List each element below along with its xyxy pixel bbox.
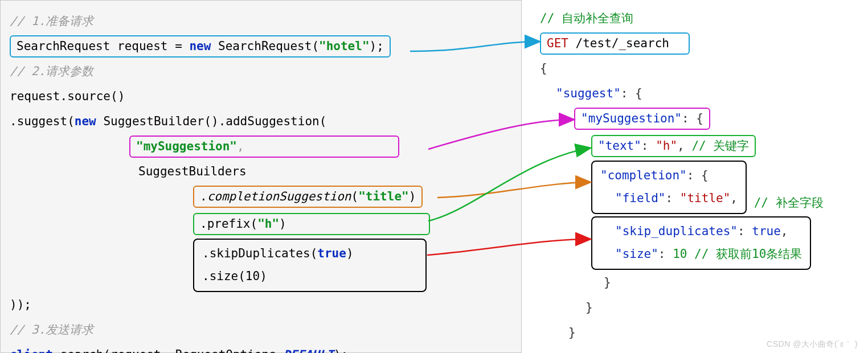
open: ( (351, 190, 359, 203)
str-title: "title" (358, 190, 409, 203)
k-completion: "completion" (600, 169, 687, 182)
comment-autocomplete: // 自动补全查询 (540, 6, 862, 31)
c-field: // 补全字段 (754, 196, 824, 210)
line-size: .size(10) (202, 265, 417, 288)
dot: . (200, 190, 207, 203)
line-skipdup: .skipDuplicates(true) (202, 242, 417, 265)
punct: : { (621, 87, 642, 100)
v-text: "h" (656, 139, 677, 153)
line-suggest: "suggest": { (540, 81, 862, 106)
wrap-mysuggestion: "mySuggestion", (10, 134, 514, 159)
text: SearchRequest( (211, 39, 319, 53)
lit-true: true (317, 247, 346, 260)
comment-prepare: // 1.准备请求 (10, 9, 514, 34)
box-mysuggestion: "mySuggestion", (129, 136, 399, 158)
k-size: "size" (615, 247, 658, 261)
client: client (10, 348, 53, 353)
box-mysuggestion-r: "mySuggestion": { (574, 108, 710, 130)
brace-open: { (540, 56, 862, 81)
k-mysuggestion: "mySuggestion" (581, 112, 682, 125)
code-close: )); (10, 292, 514, 317)
v-skipdup: true (752, 224, 781, 238)
wrap-mysuggestion-r: "mySuggestion": { (540, 106, 862, 131)
box-searchrequest: SearchRequest request = new SearchReques… (10, 35, 391, 58)
text: .skipDuplicates( (202, 247, 317, 260)
c-size: // 获取前10条结果 (687, 247, 802, 261)
wrap-skipdup-r: "skip_duplicates": true, "size": 10 // 获… (540, 216, 862, 270)
k-skipdup: "skip_duplicates" (615, 224, 738, 238)
semi: ); (334, 348, 348, 353)
text: .suggest( (10, 114, 75, 128)
c-keyword: // 关键字 (685, 139, 750, 153)
text: .search(request, RequestOptions. (53, 348, 284, 353)
v-field: "title" (680, 191, 731, 205)
box-prefix: .prefix("h") (193, 213, 430, 235)
box-skipdup-size: .skipDuplicates(true) .size(10) (193, 239, 427, 292)
java-code-pane: // 1.准备请求 SearchRequest request = new Se… (0, 0, 522, 353)
wrap-text: "text": "h", // 关键字 (540, 133, 862, 158)
line-size: "size": 10 // 获取前10条结果 (600, 243, 802, 265)
brace-close-2: } (540, 295, 862, 320)
text: .size( (202, 269, 245, 283)
rest-query-pane: // 自动补全查询 GET /test/_search { "suggest":… (523, 0, 868, 353)
code-suggest: .suggest(new SuggestBuilder().addSuggest… (10, 109, 514, 134)
wrap-skipdup: .skipDuplicates(true) .size(10) (10, 239, 514, 292)
box-skipdup-r: "skip_duplicates": true, "size": 10 // 获… (591, 216, 811, 270)
k-text: "text" (598, 139, 641, 153)
code-client: client.search(request, RequestOptions.DE… (10, 342, 514, 353)
str-h: "h" (257, 217, 279, 231)
line-skipdup: "skip_duplicates": true, (600, 220, 802, 243)
code-source: request.source() (10, 84, 514, 109)
text: ); (370, 39, 384, 53)
punct: : { (682, 112, 703, 125)
comment-params: // 2.请求参数 (10, 59, 514, 84)
box-get: GET /test/_search (540, 32, 690, 55)
punct: : { (687, 169, 709, 182)
v-size: 10 (673, 247, 687, 261)
text: .prefix( (200, 217, 257, 231)
watermark: CSDN @大小曲奇(´ε｀ ) (767, 339, 858, 350)
wrap-completion-r: "completion": { "field": "title", // 补全字… (540, 161, 862, 214)
close: ) (409, 190, 416, 203)
line-field: "field": "title", (600, 187, 738, 210)
close: ) (260, 269, 267, 283)
box-completion: .completionSuggestion("title") (193, 186, 423, 208)
comment-send: // 3.发送请求 (10, 317, 514, 342)
text: SuggestBuilder().addSuggestion( (96, 114, 327, 128)
code-suggestbuilders: SuggestBuilders (10, 159, 514, 184)
wrap-prefix: .prefix("h") (10, 211, 514, 236)
kw-new: new (189, 39, 211, 53)
close: ) (346, 247, 354, 260)
default: DEFAULT (283, 348, 334, 353)
str-mysuggestion: "mySuggestion" (136, 139, 237, 153)
get-verb: GET (547, 36, 568, 50)
str-hotel: "hotel" (319, 39, 370, 53)
box-completion-r: "completion": { "field": "title", (591, 161, 747, 214)
comma: , (237, 139, 244, 153)
kw-new: new (75, 114, 96, 128)
k-field: "field" (615, 191, 666, 205)
num-10: 10 (245, 269, 260, 283)
close: ) (279, 217, 286, 231)
wrap-completion: .completionSuggestion("title") (10, 184, 514, 209)
brace-close-1: } (540, 270, 862, 295)
text: SearchRequest request = (17, 39, 189, 53)
box-text: "text": "h", // 关键字 (591, 135, 756, 157)
path: /test/_search (568, 36, 669, 50)
fn-completion: completionSuggestion (207, 190, 351, 203)
line-completion: "completion": { (600, 164, 738, 187)
k-suggest: "suggest" (556, 87, 621, 100)
